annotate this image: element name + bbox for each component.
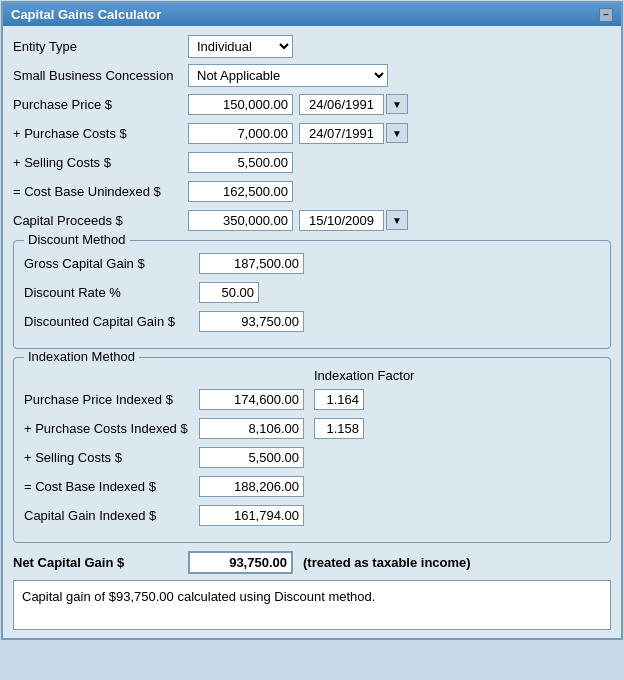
selling-costs-label: + Selling Costs $ (13, 155, 188, 170)
idx-selling-costs-label: + Selling Costs $ (24, 450, 199, 465)
purchase-costs-row: + Purchase Costs $ ▼ (13, 121, 611, 145)
factor-header-label: Indexation Factor (314, 368, 414, 383)
capital-proceeds-label: Capital Proceeds $ (13, 213, 188, 228)
pp-indexed-input[interactable] (199, 389, 304, 410)
small-business-row: Small Business Concession Not Applicable (13, 63, 611, 87)
net-gain-row: Net Capital Gain $ (treated as taxable i… (13, 551, 611, 574)
net-gain-input[interactable] (188, 551, 293, 574)
capital-gain-indexed-label: Capital Gain Indexed $ (24, 508, 199, 523)
capital-proceeds-date-input[interactable] (299, 210, 384, 231)
title-bar: Capital Gains Calculator – (3, 3, 621, 26)
summary-box: Capital gain of $93,750.00 calculated us… (13, 580, 611, 630)
minimize-button[interactable]: – (599, 8, 613, 22)
capital-gain-indexed-row: Capital Gain Indexed $ (24, 503, 600, 527)
capital-proceeds-row: Capital Proceeds $ ▼ (13, 208, 611, 232)
purchase-price-date-button[interactable]: ▼ (386, 94, 408, 114)
pc-indexed-row: + Purchase Costs Indexed $ (24, 416, 600, 440)
purchase-price-label: Purchase Price $ (13, 97, 188, 112)
taxable-note: (treated as taxable income) (303, 555, 471, 570)
window-title: Capital Gains Calculator (11, 7, 161, 22)
cost-base-indexed-row: = Cost Base Indexed $ (24, 474, 600, 498)
small-business-select[interactable]: Not Applicable (188, 64, 388, 87)
discount-rate-input[interactable] (199, 282, 259, 303)
capital-proceeds-date-button[interactable]: ▼ (386, 210, 408, 230)
selling-costs-row: + Selling Costs $ (13, 150, 611, 174)
discounted-gain-input[interactable] (199, 311, 304, 332)
pp-factor-input[interactable] (314, 389, 364, 410)
discounted-gain-row: Discounted Capital Gain $ (24, 309, 600, 333)
cost-base-input[interactable] (188, 181, 293, 202)
discount-rate-row: Discount Rate % (24, 280, 600, 304)
idx-selling-costs-row: + Selling Costs $ (24, 445, 600, 469)
pp-indexed-label: Purchase Price Indexed $ (24, 392, 199, 407)
purchase-price-input[interactable] (188, 94, 293, 115)
discount-section-label: Discount Method (24, 232, 130, 247)
gross-gain-input[interactable] (199, 253, 304, 274)
pp-indexed-row: Purchase Price Indexed $ (24, 387, 600, 411)
purchase-costs-date-input[interactable] (299, 123, 384, 144)
pc-indexed-label: + Purchase Costs Indexed $ (24, 421, 199, 436)
discount-method-section: Discount Method Gross Capital Gain $ Dis… (13, 240, 611, 349)
net-gain-label: Net Capital Gain $ (13, 555, 188, 570)
entity-type-row: Entity Type Individual (13, 34, 611, 58)
cost-base-label: = Cost Base Unindexed $ (13, 184, 188, 199)
capital-proceeds-input[interactable] (188, 210, 293, 231)
small-business-label: Small Business Concession (13, 68, 188, 83)
idx-selling-costs-input[interactable] (199, 447, 304, 468)
summary-text: Capital gain of $93,750.00 calculated us… (22, 589, 375, 604)
cost-base-indexed-input[interactable] (199, 476, 304, 497)
purchase-costs-date-button[interactable]: ▼ (386, 123, 408, 143)
pc-indexed-input[interactable] (199, 418, 304, 439)
purchase-costs-input[interactable] (188, 123, 293, 144)
purchase-price-date-input[interactable] (299, 94, 384, 115)
cost-base-row: = Cost Base Unindexed $ (13, 179, 611, 203)
discount-rate-label: Discount Rate % (24, 285, 199, 300)
indexation-section-label: Indexation Method (24, 349, 139, 364)
entity-type-label: Entity Type (13, 39, 188, 54)
selling-costs-input[interactable] (188, 152, 293, 173)
purchase-costs-label: + Purchase Costs $ (13, 126, 188, 141)
gross-gain-row: Gross Capital Gain $ (24, 251, 600, 275)
gross-gain-label: Gross Capital Gain $ (24, 256, 199, 271)
entity-type-select[interactable]: Individual (188, 35, 293, 58)
pc-factor-input[interactable] (314, 418, 364, 439)
cost-base-indexed-label: = Cost Base Indexed $ (24, 479, 199, 494)
indexation-method-section: Indexation Method Indexation Factor Purc… (13, 357, 611, 543)
indexation-header: Indexation Factor (24, 368, 600, 383)
capital-gain-indexed-input[interactable] (199, 505, 304, 526)
discounted-gain-label: Discounted Capital Gain $ (24, 314, 199, 329)
purchase-price-row: Purchase Price $ ▼ (13, 92, 611, 116)
